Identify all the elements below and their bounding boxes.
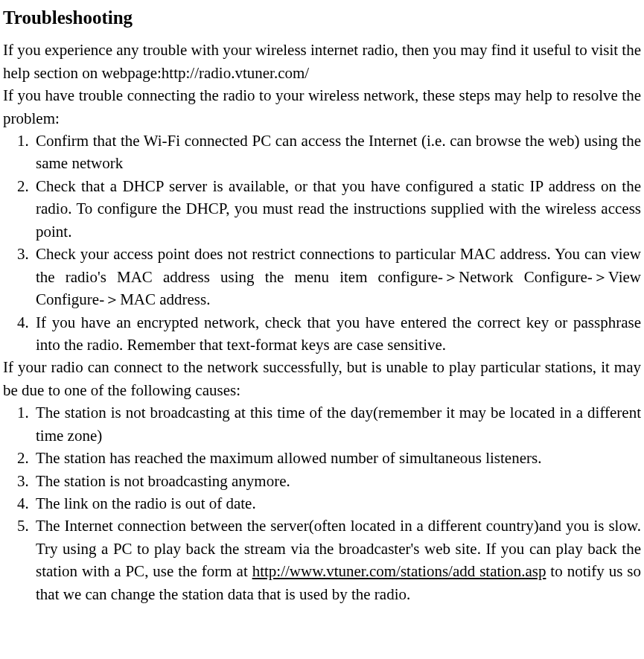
troubleshooting-list-2: The station is not broadcasting at this … [3, 401, 641, 605]
intro-paragraph-2: If you have trouble connecting the radio… [3, 84, 641, 130]
list-item: The link on the radio is out of date. [33, 492, 641, 515]
troubleshooting-list-1: Confirm that the Wi-Fi connected PC can … [3, 130, 641, 356]
vtuner-link[interactable]: http://www.vtuner.com/stations/add stati… [252, 562, 546, 580]
list-item: The station is not broadcasting at this … [33, 401, 641, 447]
list-item: The station is not broadcasting anymore. [33, 470, 641, 492]
list-item: Confirm that the Wi-Fi connected PC can … [33, 130, 641, 175]
page-title: Troubleshooting [3, 4, 641, 31]
list-item: Check your access point does not restric… [33, 243, 641, 311]
intro-paragraph-1: If you experience any trouble with your … [3, 39, 641, 84]
list-item: The Internet connection between the serv… [33, 515, 641, 605]
list-item: The station has reached the maximum allo… [33, 447, 641, 469]
intro-paragraph-3: If your radio can connect to the network… [3, 356, 641, 401]
list-item: Check that a DHCP server is available, o… [33, 175, 641, 243]
list-item: If you have an encrypted network, check … [33, 311, 641, 357]
